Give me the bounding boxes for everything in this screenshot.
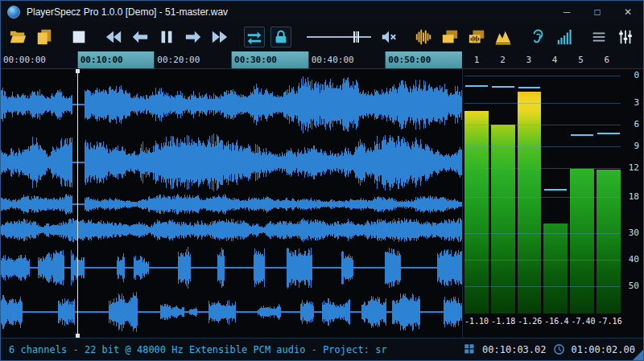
step-forward-button[interactable] <box>183 27 204 47</box>
timeline-segment[interactable]: 00:50:00 <box>385 51 462 68</box>
timeline-ruler[interactable]: 00:00:0000:10:0000:20:0000:30:0000:40:00… <box>1 51 462 68</box>
timeline-label: 00:30:00 <box>234 55 277 65</box>
resize-grip[interactable] <box>633 350 643 360</box>
minimize-button[interactable]: ─ <box>551 1 582 23</box>
waveform-view-button[interactable] <box>413 27 434 47</box>
meter-cover <box>491 72 515 125</box>
arrow-right-icon <box>184 28 202 46</box>
channel-number: 2 <box>489 51 515 68</box>
meter-cover <box>518 72 542 92</box>
timeline-segment[interactable]: 00:10:00 <box>77 51 155 68</box>
meter-channel <box>491 72 515 314</box>
loop-button[interactable] <box>244 27 265 47</box>
peak-hold-indicator <box>518 87 541 88</box>
waveform-icon <box>415 28 432 46</box>
scale-label: 12 <box>629 163 639 173</box>
spectrum-icon <box>494 28 512 46</box>
meter-channel <box>597 72 621 314</box>
position-time: 00:10:03.02 <box>482 344 546 355</box>
peak-value: -1.26 <box>518 317 542 326</box>
slider-handle[interactable] <box>353 31 359 43</box>
status-bar: 6 channels - 22 bit @ 48000 Hz Extensibl… <box>1 338 643 360</box>
meter-cover <box>464 72 489 111</box>
lock-button[interactable] <box>270 27 291 47</box>
loop-icon <box>246 28 263 46</box>
channel-number: 5 <box>568 51 593 68</box>
meter-cover <box>543 72 568 224</box>
spectrum-view-button[interactable] <box>493 27 514 47</box>
timeline-label: 00:50:00 <box>388 55 431 65</box>
step-back-button[interactable] <box>130 27 151 47</box>
app-logo-icon <box>7 6 20 18</box>
toolbar: ? i <box>1 23 643 51</box>
menu-button[interactable] <box>588 27 609 47</box>
scale-label: 50 <box>629 281 639 291</box>
histogram-button[interactable] <box>554 27 575 47</box>
app-window: PlayerSpecz Pro 1.0.0 [Demo] - 51-master… <box>0 0 644 361</box>
meter-bars <box>464 72 621 314</box>
scale-label: 18 <box>629 192 639 202</box>
timeline-segment[interactable]: 00:00:00 <box>1 51 77 68</box>
meter-channel <box>518 72 542 314</box>
meter-header: 123456 <box>462 51 643 68</box>
scale-label: 0 <box>634 71 639 80</box>
fast-forward-icon <box>211 28 229 46</box>
clock-icon <box>553 343 565 355</box>
main-area: 03691218304050 -1.10-1.18-1.26-16.4-7.40… <box>1 69 643 338</box>
monitor-button[interactable] <box>527 27 548 47</box>
lock-icon <box>272 28 290 46</box>
arrow-left-icon <box>131 28 149 46</box>
file-info-text: 6 channels - 22 bit @ 48000 Hz Extensibl… <box>9 344 464 355</box>
timeline-label: 00:10:00 <box>80 55 123 65</box>
meter-scale: 03691218304050 <box>621 72 643 314</box>
pause-icon <box>158 28 175 46</box>
timeline-segment[interactable]: 00:20:00 <box>154 51 231 68</box>
displays-icon <box>441 28 459 46</box>
ruler-row: 00:00:0000:10:0000:20:0000:30:0000:40:00… <box>1 51 643 69</box>
maximize-button[interactable]: □ <box>582 1 613 23</box>
waveform-panel[interactable] <box>1 69 462 338</box>
title-bar[interactable]: PlayerSpecz Pro 1.0.0 [Demo] - 51-master… <box>1 1 643 23</box>
channel-number: 6 <box>594 51 620 68</box>
rewind-icon <box>105 28 122 46</box>
meter-values: -1.10-1.18-1.26-16.4-7.40-7.16 <box>464 317 621 326</box>
timeline-label: 00:20:00 <box>157 55 200 65</box>
close-button[interactable]: ✕ <box>613 1 643 23</box>
copy-button[interactable] <box>34 27 55 47</box>
scale-label: 3 <box>634 98 639 108</box>
playhead-cursor[interactable] <box>77 69 78 338</box>
displays-view-button[interactable] <box>440 27 460 47</box>
open-button[interactable] <box>7 27 28 47</box>
meter-channel <box>570 72 594 314</box>
mute-icon <box>380 28 398 46</box>
fast-forward-button[interactable] <box>209 27 230 47</box>
peak-value: -7.40 <box>571 317 595 326</box>
wave-display-view-button[interactable] <box>466 27 487 47</box>
folder-open-icon <box>9 28 27 46</box>
channel-number: 4 <box>542 51 568 68</box>
peak-value: -7.16 <box>598 317 622 326</box>
pause-button[interactable] <box>156 27 177 47</box>
peak-value: -1.10 <box>464 317 489 326</box>
timeline-segment[interactable]: 00:40:00 <box>308 51 386 68</box>
volume-slider[interactable] <box>305 27 373 47</box>
timeline-segment[interactable]: 00:30:00 <box>231 51 308 68</box>
wave-display-icon <box>468 28 485 46</box>
level-meter-panel: 03691218304050 -1.10-1.18-1.26-16.4-7.40… <box>462 69 643 338</box>
faders-icon <box>617 28 634 46</box>
peak-hold-indicator <box>571 134 593 136</box>
stop-icon <box>70 28 88 46</box>
rewind-button[interactable] <box>103 27 124 47</box>
files-icon <box>35 28 53 46</box>
grid-icon <box>464 343 476 355</box>
peak-hold-indicator <box>597 133 620 134</box>
faders-button[interactable] <box>615 27 636 47</box>
meter-channel <box>543 72 568 314</box>
stop-button[interactable] <box>68 27 89 47</box>
timeline-label: 00:40:00 <box>312 55 354 65</box>
mute-button[interactable] <box>378 27 399 47</box>
window-title: PlayerSpecz Pro 1.0.0 [Demo] - 51-master… <box>27 6 551 18</box>
peak-hold-indicator <box>544 189 567 191</box>
meter-cover <box>570 72 594 169</box>
peak-value: -1.18 <box>491 317 515 326</box>
